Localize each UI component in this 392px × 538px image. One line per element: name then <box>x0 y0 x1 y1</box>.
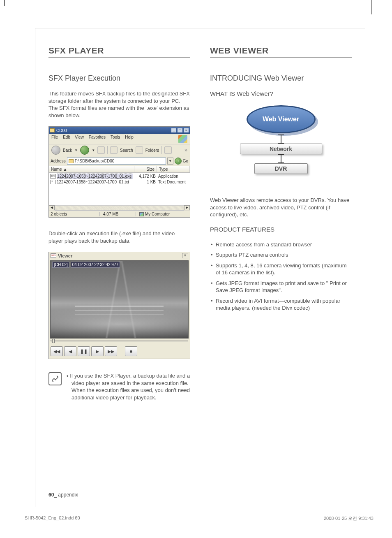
viewer-title: Viewer <box>58 253 72 258</box>
video-osd: [CH 02] 04-02-2007 22:32:42:977 <box>52 262 120 267</box>
folders-icon[interactable] <box>136 146 143 154</box>
prev-button[interactable]: ◀ <box>64 346 76 356</box>
file-name[interactable]: 12242007-1658~12242007-1700_01.txt <box>57 180 133 184</box>
folders-label[interactable]: Folders <box>145 148 159 153</box>
windows-logo-icon <box>178 135 187 143</box>
maximize-icon[interactable]: □ <box>177 128 183 133</box>
web-h3b: PRODUCT FEATURES <box>210 226 352 233</box>
folder-icon <box>50 128 55 132</box>
video-area: [CH 02] 04-02-2007 22:32:42:977 <box>50 260 189 339</box>
rewind-button[interactable]: ◀◀ <box>51 346 63 356</box>
menu-favorites[interactable]: Favorites <box>89 135 106 143</box>
explorer-title: CD00 <box>56 128 67 133</box>
note-text: If you use the SFX Player, a backup data… <box>67 372 190 401</box>
left-column: SFX PLAYER SFX Player Execution This fea… <box>48 46 190 401</box>
minimize-icon[interactable]: _ <box>171 128 177 133</box>
scroll-right-icon[interactable]: ▶ <box>184 205 190 210</box>
right-column: WEB VIEWER INTRODUCING Web Viewer WHAT I… <box>210 46 352 401</box>
go-label[interactable]: Go <box>183 159 188 163</box>
header-name[interactable]: Name ▲ <box>49 166 134 172</box>
sfx-h2: SFX Player Execution <box>48 74 190 83</box>
back-label[interactable]: Back <box>63 148 72 153</box>
print-filename: SHR-5042_Eng_02.indd 60 <box>25 515 80 522</box>
address-bar: Address F:\SDB\Backup\CD00 ▼ → Go <box>49 156 190 166</box>
header-type[interactable]: Type <box>157 166 190 172</box>
up-icon[interactable] <box>97 146 105 154</box>
stop-button[interactable]: ■ <box>125 346 137 356</box>
menu-tools[interactable]: Tools <box>111 135 120 143</box>
sfx-p1: This feature moves SFX backup files to t… <box>48 90 190 119</box>
page-number: 60_ appendix <box>48 492 78 498</box>
scroll-left-icon[interactable]: ◀ <box>49 205 55 210</box>
pause-button[interactable]: ❚❚ <box>78 346 90 356</box>
views-icon[interactable] <box>164 146 172 154</box>
status-location: My Computer <box>139 212 185 216</box>
ffwd-button[interactable]: ▶▶ <box>105 346 117 356</box>
print-footer: SHR-5042_Eng_02.indd 60 2008-01-25 오전 9:… <box>25 515 374 522</box>
back-button-icon[interactable] <box>51 146 60 155</box>
folder-icon <box>69 159 74 163</box>
close-icon[interactable]: × <box>183 128 189 133</box>
status-bar: 2 objects 4.07 MB My Computer <box>49 211 190 217</box>
diagram-network: Network <box>240 144 322 154</box>
txt-file-icon <box>50 180 56 184</box>
status-size: 4.07 MB <box>103 212 136 216</box>
note-box: If you use the SFX Player, a backup data… <box>48 372 190 401</box>
feature-list: Remote access from a standard browser Su… <box>210 241 352 312</box>
seek-thumb[interactable] <box>52 339 55 343</box>
my-computer-icon <box>139 212 144 216</box>
web-h3a: WHAT IS Web Viewer? <box>210 90 352 97</box>
note-icon <box>48 372 62 385</box>
forward-button-icon[interactable] <box>80 146 89 155</box>
file-type: Application <box>156 174 189 179</box>
column-headers: Name ▲ Size Type <box>49 166 190 173</box>
explorer-toolbar: Back ▼ ▼ Search Folders » <box>49 144 190 156</box>
address-label: Address <box>51 159 66 163</box>
web-h1: WEB VIEWER <box>210 46 352 58</box>
toolbar-overflow-icon[interactable]: » <box>184 147 187 153</box>
diagram-webviewer: Web Viewer <box>247 105 316 133</box>
osd-timestamp: 04-02-2007 22:32:42:977 <box>71 262 120 268</box>
file-row: 12242007-1658~12242007-1700_01.txt 1 KB … <box>49 179 190 185</box>
address-dropdown-icon[interactable]: ▼ <box>167 158 173 165</box>
web-p1: Web Viewer allows remote access to your … <box>210 197 352 218</box>
exe-file-icon: SFX <box>50 174 56 179</box>
web-h2: INTRODUCING Web Viewer <box>210 74 352 83</box>
network-diagram: Web Viewer Network DVR <box>228 105 334 188</box>
close-icon[interactable]: × <box>182 253 188 258</box>
feature-item: Supports 1, 4, 8, 16 camera viewing form… <box>210 262 352 276</box>
feature-item: Record video in AVI format—compatible wi… <box>210 297 352 312</box>
file-row: SFX 12242007-1658~12242007-1700_01.exe 4… <box>49 173 190 179</box>
viewer-titlebar: SFX Viewer × <box>49 252 190 259</box>
viewer-app-icon: SFX <box>51 253 56 258</box>
menu-view[interactable]: View <box>75 135 84 143</box>
playback-controls: ◀◀ ◀ ❚❚ ▶ ▶▶ ■ <box>49 345 190 359</box>
feature-item: Gets JPEG format images to print and sav… <box>210 280 352 294</box>
diagram-dvr: DVR <box>254 163 308 174</box>
explorer-window: CD00 _ □ × File Edit View Favorites Tool… <box>48 126 190 218</box>
feature-item: Remote access from a standard browser <box>210 241 352 248</box>
sfx-p2: Double-click an execution file (.exe fil… <box>48 230 190 244</box>
search-label[interactable]: Search <box>120 148 133 153</box>
file-name[interactable]: 12242007-1658~12242007-1700_01.exe <box>57 174 133 179</box>
go-button-icon[interactable]: → <box>175 158 182 165</box>
seek-slider[interactable] <box>51 340 188 344</box>
feature-item: Supports PTZ camera controls <box>210 251 352 259</box>
menu-help[interactable]: Help <box>125 135 134 143</box>
search-icon[interactable] <box>110 146 118 154</box>
osd-channel: [CH 02] <box>52 262 69 268</box>
file-list: SFX 12242007-1658~12242007-1700_01.exe 4… <box>49 173 190 205</box>
menu-edit[interactable]: Edit <box>63 135 70 143</box>
explorer-titlebar: CD00 _ □ × <box>49 127 190 134</box>
play-button[interactable]: ▶ <box>91 346 104 356</box>
explorer-menu: File Edit View Favorites Tools Help <box>49 134 190 144</box>
address-input[interactable]: F:\SDB\Backup\CD00 <box>67 158 166 165</box>
page: SFX PLAYER SFX Player Execution This fea… <box>35 28 365 507</box>
menu-file[interactable]: File <box>51 135 58 143</box>
print-timestamp: 2008-01-25 오전 9:31:43 <box>324 515 374 522</box>
viewer-window: SFX Viewer × [CH 02] 04-02-2007 22:32:42… <box>48 252 190 359</box>
file-size: 1 KB <box>133 180 156 184</box>
file-size: 4,172 KB <box>133 174 156 179</box>
status-objects: 2 objects <box>51 212 100 216</box>
header-size[interactable]: Size <box>134 166 157 172</box>
